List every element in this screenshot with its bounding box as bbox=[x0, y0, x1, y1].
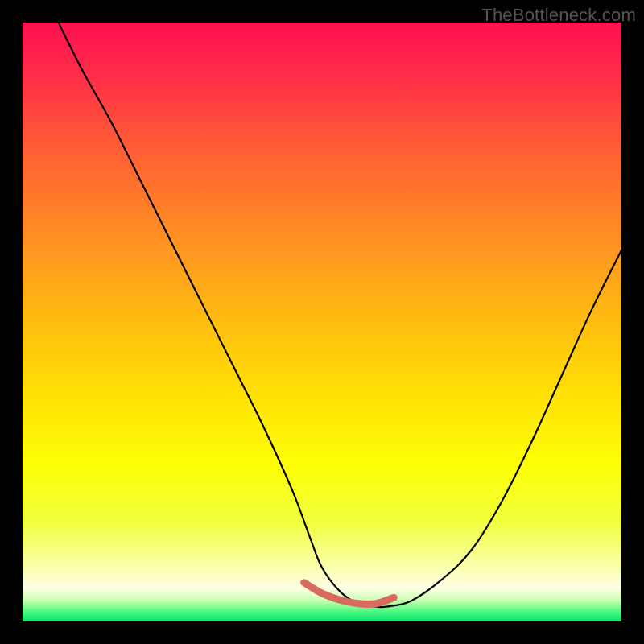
chart-svg bbox=[23, 23, 621, 621]
gradient-background bbox=[23, 23, 621, 621]
chart-plot-area bbox=[23, 23, 621, 621]
watermark-text: TheBottleneck.com bbox=[481, 5, 636, 26]
